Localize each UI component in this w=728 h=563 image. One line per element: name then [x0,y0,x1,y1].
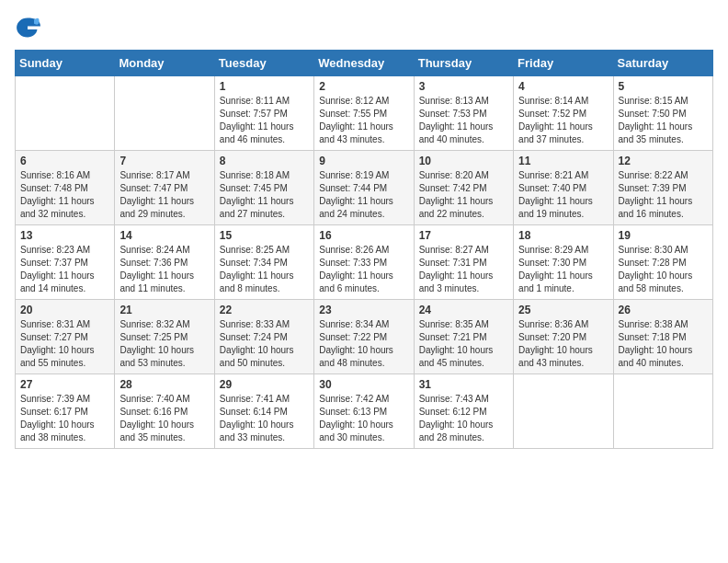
calendar-cell: 15Sunrise: 8:25 AMSunset: 7:34 PMDayligh… [214,225,313,300]
calendar-cell: 19Sunrise: 8:30 AMSunset: 7:28 PMDayligh… [613,225,712,300]
day-info: Sunrise: 8:32 AMSunset: 7:25 PMDaylight:… [119,318,209,370]
calendar-cell: 8Sunrise: 8:18 AMSunset: 7:45 PMDaylight… [214,151,313,225]
day-number: 19 [619,229,708,242]
calendar-table: SundayMondayTuesdayWednesdayThursdayFrid… [15,50,713,449]
day-info: Sunrise: 8:35 AMSunset: 7:21 PMDaylight:… [419,318,508,370]
day-number: 6 [20,155,109,167]
calendar-cell: 6Sunrise: 8:16 AMSunset: 7:48 PMDaylight… [16,151,115,225]
day-info: Sunrise: 8:19 AMSunset: 7:44 PMDaylight:… [319,169,408,221]
calendar-cell: 27Sunrise: 7:39 AMSunset: 6:17 PMDayligh… [16,374,115,449]
day-info: Sunrise: 8:38 AMSunset: 7:18 PMDaylight:… [619,318,708,370]
calendar-cell: 7Sunrise: 8:17 AMSunset: 7:47 PMDaylight… [115,151,214,225]
day-number: 17 [419,229,508,242]
day-number: 14 [119,229,209,242]
calendar-cell [16,76,115,151]
day-info: Sunrise: 8:11 AMSunset: 7:57 PMDaylight:… [220,95,309,146]
day-info: Sunrise: 7:40 AMSunset: 6:16 PMDaylight:… [119,393,209,444]
weekday-header: Sunday [16,51,115,76]
calendar-cell [115,76,214,151]
day-number: 11 [518,155,608,167]
calendar-cell: 1Sunrise: 8:11 AMSunset: 7:57 PMDaylight… [214,76,313,151]
day-number: 25 [518,304,608,316]
day-info: Sunrise: 8:20 AMSunset: 7:42 PMDaylight:… [419,169,508,221]
calendar-cell: 2Sunrise: 8:12 AMSunset: 7:55 PMDaylight… [314,76,414,151]
day-number: 18 [518,229,608,242]
calendar-cell: 11Sunrise: 8:21 AMSunset: 7:40 PMDayligh… [514,151,613,225]
day-info: Sunrise: 8:26 AMSunset: 7:33 PMDaylight:… [319,244,408,295]
calendar-cell: 28Sunrise: 7:40 AMSunset: 6:16 PMDayligh… [115,374,214,449]
day-info: Sunrise: 8:15 AMSunset: 7:50 PMDaylight:… [619,95,708,146]
day-number: 26 [619,304,708,316]
calendar-cell: 14Sunrise: 8:24 AMSunset: 7:36 PMDayligh… [115,225,214,300]
calendar-week-row: 27Sunrise: 7:39 AMSunset: 6:17 PMDayligh… [16,374,713,449]
calendar-cell: 31Sunrise: 7:43 AMSunset: 6:12 PMDayligh… [414,374,513,449]
calendar-week-row: 1Sunrise: 8:11 AMSunset: 7:57 PMDaylight… [16,76,713,151]
weekday-header: Wednesday [314,51,414,76]
day-info: Sunrise: 8:31 AMSunset: 7:27 PMDaylight:… [20,318,109,370]
day-info: Sunrise: 8:30 AMSunset: 7:28 PMDaylight:… [619,244,708,295]
calendar-cell: 16Sunrise: 8:26 AMSunset: 7:33 PMDayligh… [314,225,414,300]
day-number: 12 [619,155,708,167]
day-number: 16 [319,229,408,242]
day-number: 30 [319,378,408,391]
page-header [15,15,713,40]
day-number: 20 [20,304,109,316]
calendar-week-row: 6Sunrise: 8:16 AMSunset: 7:48 PMDaylight… [16,151,713,225]
calendar-cell: 20Sunrise: 8:31 AMSunset: 7:27 PMDayligh… [16,300,115,374]
calendar-cell: 9Sunrise: 8:19 AMSunset: 7:44 PMDaylight… [314,151,414,225]
day-info: Sunrise: 7:43 AMSunset: 6:12 PMDaylight:… [419,393,508,444]
day-info: Sunrise: 8:21 AMSunset: 7:40 PMDaylight:… [518,169,608,221]
day-number: 10 [419,155,508,167]
day-info: Sunrise: 8:14 AMSunset: 7:52 PMDaylight:… [518,95,608,146]
calendar-cell: 25Sunrise: 8:36 AMSunset: 7:20 PMDayligh… [514,300,613,374]
day-number: 29 [220,378,309,391]
calendar-header-row: SundayMondayTuesdayWednesdayThursdayFrid… [16,51,713,76]
day-info: Sunrise: 8:17 AMSunset: 7:47 PMDaylight:… [119,169,209,221]
day-info: Sunrise: 8:12 AMSunset: 7:55 PMDaylight:… [319,95,408,146]
day-info: Sunrise: 8:34 AMSunset: 7:22 PMDaylight:… [319,318,408,370]
calendar-cell: 26Sunrise: 8:38 AMSunset: 7:18 PMDayligh… [613,300,712,374]
day-number: 3 [419,80,508,93]
calendar-cell: 4Sunrise: 8:14 AMSunset: 7:52 PMDaylight… [514,76,613,151]
calendar-cell: 18Sunrise: 8:29 AMSunset: 7:30 PMDayligh… [514,225,613,300]
day-info: Sunrise: 8:13 AMSunset: 7:53 PMDaylight:… [419,95,508,146]
calendar-cell [613,374,712,449]
day-number: 9 [319,155,408,167]
day-info: Sunrise: 8:23 AMSunset: 7:37 PMDaylight:… [20,244,109,295]
calendar-cell: 12Sunrise: 8:22 AMSunset: 7:39 PMDayligh… [613,151,712,225]
day-number: 15 [220,229,309,242]
calendar-cell: 3Sunrise: 8:13 AMSunset: 7:53 PMDaylight… [414,76,513,151]
logo-icon [15,15,40,40]
calendar-cell: 10Sunrise: 8:20 AMSunset: 7:42 PMDayligh… [414,151,513,225]
day-info: Sunrise: 7:39 AMSunset: 6:17 PMDaylight:… [20,393,109,444]
day-number: 22 [220,304,309,316]
logo [15,15,40,40]
calendar-week-row: 13Sunrise: 8:23 AMSunset: 7:37 PMDayligh… [16,225,713,300]
day-info: Sunrise: 8:16 AMSunset: 7:48 PMDaylight:… [20,169,109,221]
day-info: Sunrise: 8:18 AMSunset: 7:45 PMDaylight:… [220,169,309,221]
calendar-cell: 29Sunrise: 7:41 AMSunset: 6:14 PMDayligh… [214,374,313,449]
day-number: 21 [119,304,209,316]
day-number: 23 [319,304,408,316]
day-number: 1 [220,80,309,93]
day-info: Sunrise: 8:22 AMSunset: 7:39 PMDaylight:… [619,169,708,221]
calendar-cell: 5Sunrise: 8:15 AMSunset: 7:50 PMDaylight… [613,76,712,151]
calendar-cell: 13Sunrise: 8:23 AMSunset: 7:37 PMDayligh… [16,225,115,300]
day-number: 7 [119,155,209,167]
day-info: Sunrise: 7:41 AMSunset: 6:14 PMDaylight:… [220,393,309,444]
calendar-cell: 21Sunrise: 8:32 AMSunset: 7:25 PMDayligh… [115,300,214,374]
weekday-header: Saturday [613,51,712,76]
calendar-cell: 17Sunrise: 8:27 AMSunset: 7:31 PMDayligh… [414,225,513,300]
day-number: 31 [419,378,508,391]
weekday-header: Friday [514,51,613,76]
calendar-cell [514,374,613,449]
calendar-cell: 24Sunrise: 8:35 AMSunset: 7:21 PMDayligh… [414,300,513,374]
weekday-header: Thursday [414,51,513,76]
day-number: 13 [20,229,109,242]
day-number: 5 [619,80,708,93]
weekday-header: Tuesday [214,51,313,76]
day-info: Sunrise: 8:36 AMSunset: 7:20 PMDaylight:… [518,318,608,370]
calendar-week-row: 20Sunrise: 8:31 AMSunset: 7:27 PMDayligh… [16,300,713,374]
weekday-header: Monday [115,51,214,76]
day-info: Sunrise: 8:29 AMSunset: 7:30 PMDaylight:… [518,244,608,295]
